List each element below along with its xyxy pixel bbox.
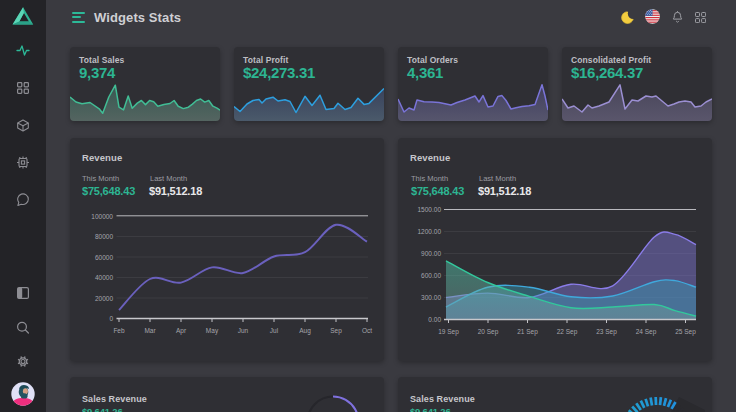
svg-text:0: 0	[109, 315, 113, 322]
svg-text:300.00: 300.00	[421, 294, 441, 301]
svg-text:80000: 80000	[95, 233, 113, 240]
svg-text:21 Sep: 21 Sep	[517, 328, 538, 336]
svg-text:23 Sep: 23 Sep	[596, 328, 617, 336]
svg-text:20000: 20000	[95, 295, 113, 302]
svg-text:May: May	[206, 327, 219, 335]
svg-text:Jul: Jul	[270, 327, 279, 334]
svg-text:Oct: Oct	[362, 327, 372, 334]
svg-text:Mar: Mar	[144, 327, 156, 334]
svg-text:1200.00: 1200.00	[418, 228, 442, 235]
svg-text:900.00: 900.00	[421, 250, 441, 257]
svg-text:60000: 60000	[95, 254, 113, 261]
svg-text:Aug: Aug	[299, 327, 311, 335]
svg-text:Apr: Apr	[176, 327, 187, 335]
svg-text:100000: 100000	[91, 213, 113, 220]
svg-text:19 Sep: 19 Sep	[438, 328, 459, 336]
svg-text:20 Sep: 20 Sep	[478, 328, 499, 336]
svg-text:600.00: 600.00	[421, 272, 441, 279]
svg-text:24 Sep: 24 Sep	[636, 328, 657, 336]
svg-text:25 Sep: 25 Sep	[675, 328, 696, 336]
svg-text:0.00: 0.00	[428, 316, 441, 323]
svg-text:Feb: Feb	[113, 327, 125, 334]
svg-text:22 Sep: 22 Sep	[557, 328, 578, 336]
svg-text:1500.00: 1500.00	[418, 206, 442, 213]
svg-text:Jun: Jun	[238, 327, 249, 334]
svg-text:Sep: Sep	[330, 327, 342, 335]
svg-text:40000: 40000	[95, 274, 113, 281]
